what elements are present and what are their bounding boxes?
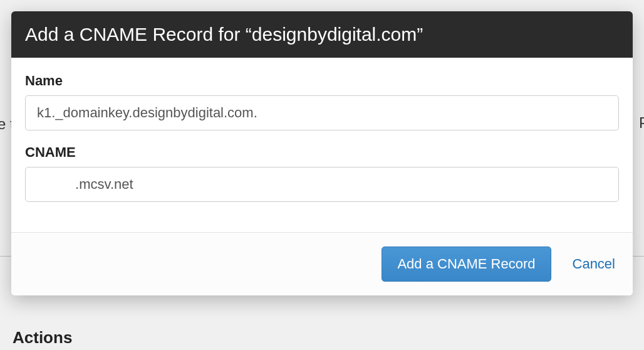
cname-label: CNAME xyxy=(25,144,619,161)
cname-field-group: CNAME xyxy=(25,144,619,202)
modal-title: Add a CNAME Record for “designbydigital.… xyxy=(11,11,633,58)
name-label: Name xyxy=(25,73,619,89)
modal-footer: Add a CNAME Record Cancel xyxy=(11,232,633,295)
bg-actions-heading: Actions xyxy=(13,328,72,347)
bg-text-fragment-right: P xyxy=(639,114,644,132)
cname-input[interactable] xyxy=(25,167,619,202)
name-input[interactable] xyxy=(25,95,619,130)
cancel-button[interactable]: Cancel xyxy=(570,251,618,277)
add-cname-button[interactable]: Add a CNAME Record xyxy=(382,247,551,282)
modal-body: Name CNAME xyxy=(11,58,633,232)
add-cname-modal: Add a CNAME Record for “designbydigital.… xyxy=(11,11,633,295)
name-field-group: Name xyxy=(25,73,619,130)
